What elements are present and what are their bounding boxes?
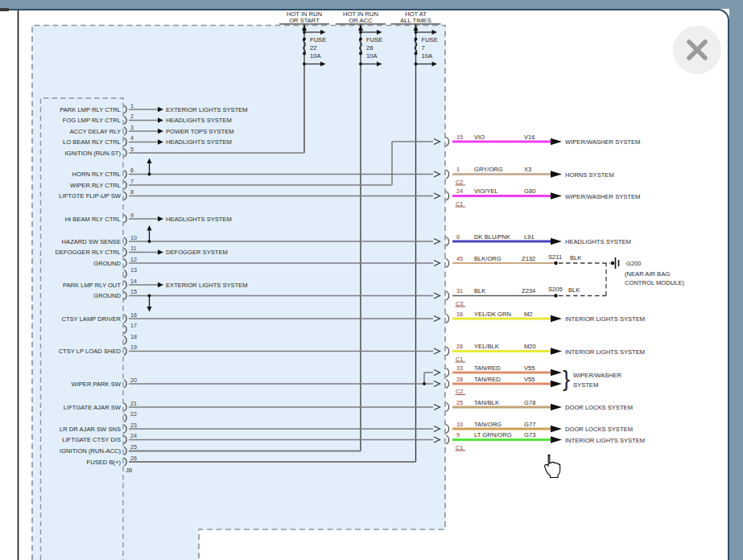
- svg-text:HORN RLY CTRL: HORN RLY CTRL: [72, 171, 121, 178]
- svg-text:WIPER PARK SW: WIPER PARK SW: [72, 381, 122, 388]
- wire-circuit: V55: [524, 376, 535, 383]
- svg-text:12: 12: [130, 256, 137, 263]
- wire-circuit: V55: [524, 364, 535, 372]
- wire-pin: 31: [456, 287, 463, 294]
- bus-label: OR ACC: [349, 17, 373, 24]
- ground-id: G200: [626, 260, 642, 267]
- wire-circuit: Z132: [522, 255, 535, 262]
- fuse-number: 7: [422, 44, 425, 51]
- wire-circuit: Z234: [522, 287, 535, 294]
- wire-color: TAN/BLK: [474, 399, 499, 406]
- svg-text:13: 13: [130, 266, 137, 274]
- fuse-rating: 10A: [422, 52, 433, 60]
- fuse-number: 22: [310, 44, 316, 51]
- svg-text:PARK LMP RLY CTRL: PARK LMP RLY CTRL: [60, 106, 121, 113]
- system-arrowhead: [551, 404, 562, 410]
- wire-color: DK BLU/PNK: [474, 233, 510, 241]
- wire-pin: 1: [456, 166, 460, 173]
- system-label: WIPER/WASHER: [573, 372, 622, 379]
- wire-circuit: V16: [524, 134, 535, 141]
- fuse-word: FUSE: [422, 36, 438, 43]
- wiring-diagram: HOT IN RUN OR START FUSE 22 10A HOT IN R…: [0, 0, 743, 560]
- svg-text:21: 21: [130, 400, 137, 407]
- svg-text:5: 5: [130, 146, 134, 153]
- fuse-word: FUSE: [310, 36, 326, 43]
- wire-circuit: X3: [524, 166, 531, 173]
- system-label: WIPER/WASHER SYSTEM: [565, 138, 640, 146]
- wire-circuit: G78: [524, 399, 535, 406]
- svg-text:HEADLIGHTS SYSTEM: HEADLIGHTS SYSTEM: [166, 216, 232, 223]
- splice-id: S205: [548, 286, 563, 293]
- fuse-word: FUSE: [366, 36, 382, 43]
- wire-pin: 33: [456, 364, 463, 372]
- wire-color: VIO: [474, 134, 485, 141]
- bus-label: ALL TIMES: [400, 17, 431, 24]
- system-label: DOOR LOCKS SYSTEM: [565, 404, 633, 411]
- system-arrowhead: [551, 171, 562, 177]
- ground-net: S211 BLK S205 BLK G200 (NEAR AIR BAG CON…: [548, 253, 684, 298]
- system-arrowhead: [551, 369, 562, 376]
- close-icon: [673, 26, 721, 74]
- wire-circuit: G80: [524, 187, 535, 195]
- svg-text:19: 19: [130, 344, 137, 351]
- right-connector-pins: [446, 138, 449, 445]
- connector-id: C1: [456, 200, 463, 208]
- wire-color: BLK: [568, 286, 580, 294]
- ground-location: CONTROL MODULE): [625, 279, 684, 286]
- frame-stub: [0, 8, 9, 11]
- wire-pin: 28: [456, 376, 463, 383]
- svg-text:LIFTGTE FLIP-UP SW: LIFTGTE FLIP-UP SW: [59, 192, 121, 200]
- wire-pin: 6: [456, 233, 460, 241]
- svg-text:26: 26: [130, 455, 137, 462]
- system-arrowhead: [551, 192, 562, 199]
- wire-color: TAN/RED: [474, 364, 501, 372]
- close-button[interactable]: [673, 26, 721, 74]
- connector-id: C2: [456, 388, 463, 395]
- connector-id: C2: [456, 179, 463, 186]
- svg-text:GROUND: GROUND: [93, 292, 121, 299]
- svg-text:6: 6: [130, 167, 134, 174]
- svg-text:HI BEAM RLY CTRL: HI BEAM RLY CTRL: [65, 216, 121, 223]
- svg-text:23: 23: [130, 422, 137, 429]
- svg-text:IGNITION (RUN-ST): IGNITION (RUN-ST): [64, 150, 121, 157]
- svg-text:EXTERIOR LIGHTS SYSTEM: EXTERIOR LIGHTS SYSTEM: [166, 282, 248, 289]
- svg-text:3: 3: [130, 124, 134, 131]
- svg-text:20: 20: [130, 377, 137, 384]
- wire-color: YEL/BLK: [474, 343, 499, 350]
- svg-text:11: 11: [130, 245, 136, 252]
- svg-text:PARK LMP RLY OUT: PARK LMP RLY OUT: [63, 282, 121, 289]
- fuse-number: 28: [366, 44, 373, 51]
- screen: HOT IN RUN OR START FUSE 22 10A HOT IN R…: [0, 0, 743, 560]
- system-arrowhead: [551, 138, 562, 145]
- connector-id: C1: [456, 356, 463, 363]
- svg-text:HEADLIGHTS SYSTEM: HEADLIGHTS SYSTEM: [166, 117, 232, 124]
- wire-color: BLK: [474, 287, 485, 294]
- system-label: INTERIOR LIGHTS SYSTEM: [565, 348, 645, 356]
- svg-text:4: 4: [130, 134, 134, 142]
- system-label: HORNS SYSTEM: [565, 171, 614, 179]
- svg-text:2: 2: [130, 113, 134, 120]
- svg-text:EXTERIOR LIGHTS SYSTEM: EXTERIOR LIGHTS SYSTEM: [166, 106, 248, 113]
- wire-circuit: G77: [524, 421, 535, 428]
- system-label: HEADLIGHTS SYSTEM: [565, 238, 631, 245]
- svg-text:24: 24: [130, 432, 137, 439]
- wire-color: LT GRN/ORG: [474, 431, 512, 439]
- svg-text:15: 15: [130, 288, 137, 295]
- cursor-pointer-icon: [545, 455, 560, 478]
- brace-glyph: }: [563, 367, 570, 391]
- wire-pin: 16: [456, 311, 463, 318]
- splice-id: S211: [548, 253, 562, 261]
- svg-text:CTSY LAMP DRIVER: CTSY LAMP DRIVER: [61, 315, 121, 323]
- svg-text:8: 8: [130, 188, 134, 196]
- junction-block-id: JB: [126, 467, 133, 474]
- svg-text:25: 25: [130, 443, 137, 451]
- svg-text:ACCY DELAY RLY: ACCY DELAY RLY: [69, 128, 121, 135]
- wire-circuit: L91: [524, 233, 535, 241]
- connector-id: C1: [456, 444, 463, 451]
- svg-text:17: 17: [130, 322, 137, 329]
- fuse-rating: 10A: [310, 52, 321, 60]
- svg-text:FOG LMP RLY CTRL: FOG LMP RLY CTRL: [63, 117, 121, 124]
- ground-location: (NEAR AIR BAG: [625, 270, 670, 278]
- wire-pin: 9: [456, 431, 460, 439]
- system-arrowhead: [551, 315, 562, 322]
